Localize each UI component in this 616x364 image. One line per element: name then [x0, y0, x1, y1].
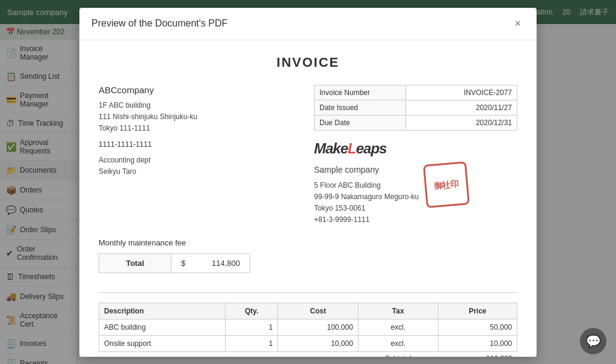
- chat-bubble[interactable]: 💬: [580, 328, 606, 354]
- table-row: Date Issued 2020/11/27: [315, 100, 517, 115]
- pdf-preview-modal: Preview of the Document's PDF × INVOICE …: [79, 8, 537, 357]
- subtotal-label: Subtotal: [358, 351, 438, 356]
- col-cost: Cost: [278, 303, 359, 319]
- fee-label: Monthly maintenance fee: [99, 238, 517, 247]
- company-stamp: 御社印: [423, 161, 470, 208]
- vendor-company: Sample company: [314, 163, 419, 176]
- logo-text: MakeLeaps: [314, 140, 386, 156]
- address-line1: 1F ABC building: [99, 100, 302, 111]
- invoice-right-info: Invoice Number INVOICE-2077 Date Issued …: [314, 85, 517, 226]
- item-description: Onsite support: [99, 335, 226, 351]
- divider: [99, 292, 517, 293]
- chat-icon: 💬: [586, 334, 601, 348]
- item-qty: 1: [226, 319, 278, 335]
- subtotal-row: Subtotal 110,000: [99, 351, 517, 356]
- address-line3: Tokyo 111-1111: [99, 123, 302, 134]
- total-amount: 114,800: [212, 259, 240, 268]
- vendor-phone: +81-3-9999-1111: [314, 214, 419, 226]
- vendor-address3: Tokyo 153-0061: [314, 203, 419, 214]
- total-box-value: $ 114,800: [171, 254, 250, 273]
- col-description: Description: [99, 303, 226, 319]
- items-table: Description Qty. Cost Tax Price ABC buil…: [99, 303, 517, 357]
- info-value: 2020/11/27: [405, 100, 517, 115]
- col-price: Price: [438, 303, 517, 319]
- info-label: Due Date: [315, 115, 406, 130]
- client-dept: Accounting dept Seikyu Taro: [99, 155, 302, 177]
- item-description: ABC building: [99, 319, 226, 335]
- client-address: 1F ABC building 111 Nishi-shinjuku Shinj…: [99, 100, 302, 135]
- address-line2: 111 Nishi-shinjuku Shinjuku-ku: [99, 111, 302, 123]
- client-phone: 1111-1111-1111: [99, 140, 302, 149]
- col-qty: Qty.: [226, 303, 278, 319]
- total-box: Total $ 114,800: [99, 253, 250, 273]
- total-box-label: Total: [99, 254, 171, 273]
- table-row: Due Date 2020/12/31: [315, 115, 517, 130]
- item-price: 10,000: [438, 335, 517, 351]
- dept-name: Accounting dept: [99, 155, 302, 166]
- info-value: 2020/12/31: [405, 115, 517, 130]
- modal-title: Preview of the Document's PDF: [91, 18, 227, 29]
- invoice-info-table: Invoice Number INVOICE-2077 Date Issued …: [314, 85, 517, 131]
- vendor-logo: MakeLeaps: [314, 140, 517, 157]
- client-name: ABCcompany: [99, 85, 302, 95]
- item-cost: 10,000: [278, 335, 359, 351]
- table-row: Onsite support 1 10,000 excl. 10,000: [99, 335, 517, 351]
- item-cost: 100,000: [278, 319, 359, 335]
- modal-overlay[interactable]: Preview of the Document's PDF × INVOICE …: [0, 0, 616, 364]
- info-label: Invoice Number: [315, 85, 406, 100]
- col-tax: Tax: [358, 303, 438, 319]
- item-tax: excl.: [358, 335, 438, 351]
- vendor-info: Sample company 5 Floor ABC Building 99-9…: [314, 163, 419, 226]
- invoice-top: ABCcompany 1F ABC building 111 Nishi-shi…: [99, 85, 517, 226]
- subtotal-value: 110,000: [438, 351, 517, 356]
- client-info: ABCcompany 1F ABC building 111 Nishi-shi…: [99, 85, 302, 226]
- invoice-title: INVOICE: [99, 55, 517, 70]
- table-row: ABC building 1 100,000 excl. 50,000: [99, 319, 517, 335]
- modal-close-button[interactable]: ×: [511, 16, 525, 31]
- table-row: Invoice Number INVOICE-2077: [315, 85, 517, 100]
- item-qty: 1: [226, 335, 278, 351]
- item-tax: excl.: [358, 319, 438, 335]
- vendor-section: Sample company 5 Floor ABC Building 99-9…: [314, 163, 517, 226]
- info-value: INVOICE-2077: [405, 85, 517, 100]
- total-currency: $: [181, 259, 185, 268]
- info-label: Date Issued: [315, 100, 406, 115]
- item-price: 50,000: [438, 319, 517, 335]
- modal-header: Preview of the Document's PDF ×: [79, 8, 537, 40]
- items-header-row: Description Qty. Cost Tax Price: [99, 303, 517, 319]
- modal-body: INVOICE ABCcompany 1F ABC building 111 N…: [79, 40, 537, 357]
- vendor-address1: 5 Floor ABC Building: [314, 180, 419, 191]
- vendor-address2: 99-99-9 Nakamaguro Meguro-ku: [314, 191, 419, 203]
- contact-name: Seikyu Taro: [99, 166, 302, 177]
